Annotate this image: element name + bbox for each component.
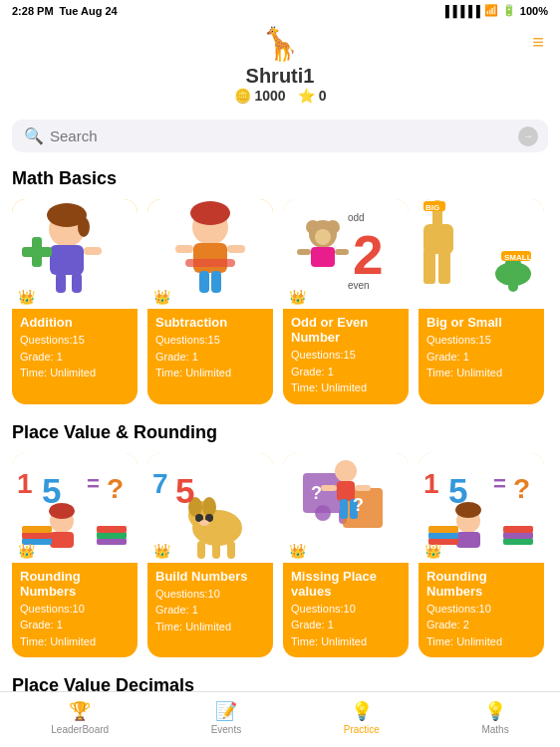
svg-text:BIG: BIG <box>425 203 439 212</box>
giraffe-icon: 🦒 <box>260 25 300 63</box>
card-addition-title: Addition <box>20 315 130 330</box>
card-bigsmall[interactable]: BIG SMALL Big or Small Questions:15 Grad… <box>419 199 544 404</box>
card-addition-body: Addition Questions:15 Grade: 1 Time: Unl… <box>12 309 138 389</box>
svg-text:?: ? <box>353 495 364 515</box>
trophy-icon: 🏆 <box>69 700 91 722</box>
svg-text:?: ? <box>107 473 124 504</box>
svg-point-66 <box>199 520 209 526</box>
card-build-image: 7 5 👑 <box>147 453 273 563</box>
svg-rect-58 <box>97 526 127 533</box>
svg-text:1: 1 <box>423 468 439 499</box>
card-rounding2-title: Rounding Numbers <box>426 569 536 599</box>
place-value-cards: 1 5 = ? 👑 Rounding Numbers <box>0 449 560 668</box>
svg-rect-14 <box>227 245 245 253</box>
nav-maths[interactable]: 💡 Maths <box>481 700 508 735</box>
star-icon: ⭐ <box>298 88 315 104</box>
card-rounding1[interactable]: 1 5 = ? 👑 Rounding Numbers <box>12 453 138 658</box>
card-bigsmall-details: Questions:15 Grade: 1 Time: Unlimited <box>426 332 536 381</box>
card-rounding2-body: Rounding Numbers Questions:10 Grade: 2 T… <box>419 563 544 658</box>
card-bigsmall-body: Big or Small Questions:15 Grade: 1 Time:… <box>419 309 544 389</box>
card-oddeven[interactable]: 2 odd even 👑 Odd or Even Number Question… <box>283 199 409 404</box>
card-rounding2[interactable]: 1 5 = ? 👑 Rounding Numbers <box>419 453 544 658</box>
card-oddeven-body: Odd or Even Number Questions:15 Grade: 1… <box>283 309 409 404</box>
svg-rect-13 <box>175 245 193 253</box>
svg-rect-97 <box>503 532 533 539</box>
svg-rect-16 <box>211 271 221 293</box>
card-rounding2-details: Questions:10 Grade: 2 Time: Unlimited <box>426 601 536 650</box>
nav-maths-label: Maths <box>481 724 508 735</box>
section-title-math-basics: Math Basics <box>0 160 560 195</box>
svg-rect-6 <box>56 273 66 293</box>
quiz-icon: 📝 <box>215 700 237 722</box>
card-addition-details: Questions:15 Grade: 1 Time: Unlimited <box>20 332 130 381</box>
svg-point-77 <box>335 460 357 482</box>
nav-leaderboard[interactable]: 🏆 LeaderBoard <box>51 700 109 735</box>
svg-point-91 <box>455 502 481 518</box>
svg-rect-17 <box>185 259 235 267</box>
status-bar: 2:28 PM Tue Aug 24 ▐▐▐▐▐ 📶 🔋 100% <box>0 0 560 21</box>
svg-rect-31 <box>438 249 450 284</box>
status-time: 2:28 PM <box>12 5 54 17</box>
card-subtraction-details: Questions:15 Grade: 1 Time: Unlimited <box>155 332 265 381</box>
svg-rect-5 <box>84 247 102 255</box>
svg-point-11 <box>190 201 230 225</box>
card-oddeven-image: 2 odd even 👑 <box>283 199 409 309</box>
card-subtraction[interactable]: 👑 Subtraction Questions:15 Grade: 1 Time… <box>147 199 273 404</box>
svg-rect-94 <box>428 532 458 539</box>
nav-quiz-label: Events <box>211 724 242 735</box>
svg-text:5: 5 <box>175 471 194 510</box>
svg-rect-24 <box>297 249 311 255</box>
card-build-details: Questions:10 Grade: 1 Time: Unlimited <box>155 586 265 635</box>
svg-rect-69 <box>197 541 205 559</box>
card-subtraction-image: 👑 <box>147 199 273 309</box>
card-rounding1-image: 1 5 = ? 👑 <box>12 453 138 563</box>
card-addition[interactable]: 👑 Addition Questions:15 Grade: 1 Time: U… <box>12 199 138 404</box>
svg-text:2: 2 <box>353 224 384 286</box>
card-rounding2-image: 1 5 = ? 👑 <box>419 453 544 563</box>
svg-rect-12 <box>193 243 227 273</box>
card-oddeven-crown: 👑 <box>289 289 306 305</box>
card-subtraction-title: Subtraction <box>155 315 265 330</box>
svg-rect-54 <box>22 532 52 539</box>
card-addition-image: 👑 <box>12 199 138 309</box>
battery-percent: 100% <box>520 5 548 17</box>
svg-rect-23 <box>311 247 335 267</box>
search-clear-icon[interactable]: → <box>518 126 538 146</box>
card-build[interactable]: 7 5 👑 Build Numbers Questions:10 Grade: … <box>147 453 273 658</box>
nav-quiz[interactable]: 📝 Events <box>211 700 242 735</box>
card-build-body: Build Numbers Questions:10 Grade: 1 Time… <box>147 563 273 643</box>
card-subtraction-crown: 👑 <box>153 289 170 305</box>
nav-leaderboard-label: LeaderBoard <box>51 724 109 735</box>
header-coins: 🪙 1000 ⭐ 0 <box>234 88 327 104</box>
svg-text:even: even <box>348 280 370 291</box>
card-missing[interactable]: ? ? 👑 Missing Place values Questions:10 … <box>283 453 409 658</box>
card-build-crown: 👑 <box>153 543 170 559</box>
nav-practice[interactable]: 💡 Practice <box>344 700 380 735</box>
svg-text:odd: odd <box>348 212 365 223</box>
svg-rect-9 <box>32 237 42 267</box>
card-rounding2-crown: 👑 <box>424 543 441 559</box>
card-bigsmall-image: BIG SMALL <box>419 199 544 309</box>
menu-icon[interactable]: ≡ <box>532 31 544 54</box>
svg-rect-57 <box>97 532 127 539</box>
search-input[interactable] <box>50 127 536 144</box>
svg-rect-55 <box>22 526 52 533</box>
status-date: Tue Aug 24 <box>60 5 118 17</box>
svg-rect-25 <box>335 249 349 255</box>
signal-icon: ▐▐▐▐▐ <box>441 5 480 17</box>
card-oddeven-title: Odd or Even Number <box>291 315 401 345</box>
svg-rect-95 <box>428 526 458 533</box>
svg-rect-15 <box>199 271 209 293</box>
svg-rect-92 <box>456 532 480 548</box>
svg-text:=: = <box>87 471 100 496</box>
search-bar[interactable]: 🔍 → <box>12 120 548 152</box>
card-oddeven-details: Questions:15 Grade: 1 Time: Unlimited <box>291 347 401 396</box>
battery-icon: 🔋 <box>502 4 516 17</box>
coin-count: 1000 <box>255 88 286 104</box>
header: ≡ 🦒 Shruti1 🪙 1000 ⭐ 0 <box>0 21 560 112</box>
math-basics-cards: 👑 Addition Questions:15 Grade: 1 Time: U… <box>0 195 560 414</box>
svg-text:SMALL: SMALL <box>504 253 532 262</box>
nav-practice-label: Practice <box>344 724 380 735</box>
svg-point-74 <box>315 505 331 521</box>
wifi-icon: 📶 <box>484 4 498 17</box>
